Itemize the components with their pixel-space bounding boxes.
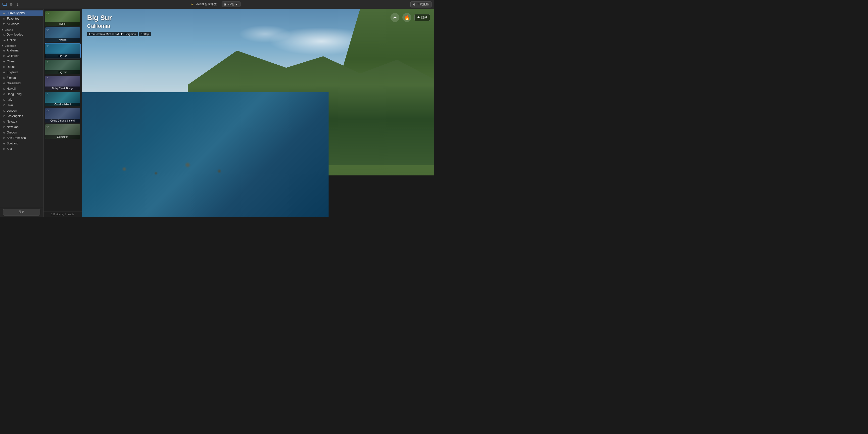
- download-button[interactable]: ⊙ 下载轮播: [410, 1, 432, 7]
- eye-icon: 👁: [417, 16, 420, 19]
- svg-rect-2: [3, 6, 6, 6]
- download-label: 下载轮播: [417, 2, 429, 6]
- thumbnail-panel: ☆ Austin ☆ Avalon ☆ Big Sur ☆ B: [43, 9, 82, 217]
- screen-icon[interactable]: [2, 2, 7, 7]
- location-name: California: [7, 54, 20, 58]
- star-icon: ☆: [46, 60, 49, 64]
- quality-tag: 1080p: [139, 32, 151, 36]
- downloaded-label: Downloaded: [7, 33, 23, 36]
- location-name: China: [7, 60, 14, 63]
- brightness-icon[interactable]: ☀: [391, 13, 399, 22]
- grid-icon: ⊞: [3, 23, 5, 26]
- sidebar-item-online[interactable]: ☁ Online: [0, 37, 43, 43]
- settings-icon[interactable]: ⚙: [9, 2, 13, 7]
- sidebar-item-england[interactable]: ⊕ England: [0, 70, 43, 75]
- sidebar-item-currently-playing[interactable]: ▶ Currently playi...: [0, 10, 43, 16]
- location-icon: ⊕: [3, 55, 5, 58]
- location-name: Florida: [7, 76, 16, 79]
- location-icon: ⊕: [3, 60, 5, 63]
- sidebar-item-liwa[interactable]: ⊕ Liwa: [0, 102, 43, 108]
- star-icon: ☆: [46, 76, 49, 80]
- sidebar-item-hawaii[interactable]: ⊕ Hawaii: [0, 86, 43, 92]
- sidebar-item-alabama[interactable]: ⊕ Alabama: [0, 48, 43, 53]
- thumb-bigsur-1[interactable]: ☆ Big Sur: [45, 43, 81, 58]
- location-name: New York: [7, 125, 20, 129]
- sidebar-item-florida[interactable]: ⊕ Florida: [0, 75, 43, 80]
- star-icon: ☆: [3, 17, 5, 21]
- sidebar-item-italy[interactable]: ⊕ Italy: [0, 97, 43, 102]
- sidebar-item-newyork[interactable]: ⊕ New York: [0, 124, 43, 130]
- location-icon: ⊕: [3, 109, 5, 112]
- thumb-edinburgh[interactable]: ☆ Edinburgh: [45, 124, 81, 139]
- sidebar-item-losangeles[interactable]: ⊕ Los Angeles: [0, 113, 43, 119]
- location-name: England: [7, 71, 18, 74]
- sidebar-item-china[interactable]: ⊕ China: [0, 59, 43, 64]
- author-tag: From Joshua Michaels & Hal Bergman: [87, 32, 138, 36]
- location-icon: ⊕: [3, 136, 5, 140]
- location-icon: ⊕: [3, 82, 5, 85]
- location-name: Sea: [7, 147, 12, 151]
- thumb-label: Bixby Creek Bridge: [45, 87, 80, 90]
- thumb-label: Austin: [45, 22, 80, 26]
- sidebar-item-downloaded[interactable]: ⊙ Downloaded: [0, 32, 43, 37]
- topbar-icons: ⚙ ℹ: [2, 2, 20, 7]
- location-name: Italy: [7, 98, 12, 101]
- sidebar-item-hongkong[interactable]: ⊕ Hong Kong: [0, 92, 43, 97]
- topbar-right: ⊙ 下载轮播: [410, 1, 432, 7]
- thumb-bigsur-2[interactable]: ☆ Big Sur: [45, 59, 81, 74]
- star-icon: ☆: [46, 109, 49, 112]
- sidebar-item-california[interactable]: ⊕ California: [0, 53, 43, 59]
- location-name: Nevada: [7, 120, 17, 123]
- chevron-icon: ▾: [2, 29, 3, 31]
- location-name: Oregon: [7, 131, 17, 134]
- sidebar-section-cache: ▾ Cache: [0, 27, 43, 32]
- thumb-bixby[interactable]: ☆ Bixby Creek Bridge: [45, 75, 81, 91]
- thumb-catalina[interactable]: ☆ Catalina Island: [45, 92, 81, 107]
- star-icon: ☆: [46, 12, 49, 15]
- close-button[interactable]: 关闭: [3, 209, 40, 215]
- thumb-label: Como Cerano d'Intelvi: [45, 119, 80, 123]
- thumb-label: Big Sur: [45, 54, 80, 58]
- sidebar-item-scotland[interactable]: ⊕ Scotland: [0, 141, 43, 146]
- chevron-icon: ▾: [2, 44, 3, 47]
- thumbnail-list: ☆ Austin ☆ Avalon ☆ Big Sur ☆ B: [43, 9, 82, 211]
- sidebar: ▶ Currently playi... ☆ Favorites ⊞ All v…: [0, 9, 43, 217]
- thumb-label: Avalon: [45, 38, 80, 42]
- playback-icon: ▣: [224, 3, 226, 6]
- sidebar-item-sanfrancisco[interactable]: ⊕ San Francisco: [0, 135, 43, 141]
- sidebar-item-dubai[interactable]: ⊕ Dubai: [0, 64, 43, 70]
- sidebar-close: 关闭: [0, 207, 43, 217]
- hide-label: 隐藏: [421, 15, 427, 20]
- sidebar-item-all-videos[interactable]: ⊞ All videos: [0, 21, 43, 27]
- location-icon: ⊕: [3, 126, 5, 129]
- info-icon[interactable]: ℹ: [16, 2, 20, 7]
- download-circle-icon: ⊙: [3, 33, 5, 36]
- rocks-layer: [82, 144, 293, 186]
- play-icon: ▶: [3, 12, 5, 15]
- location-icon: ⊕: [3, 98, 5, 101]
- location-name: Liwa: [7, 103, 13, 107]
- playback-dropdown[interactable]: ▣ 不限 ▼: [222, 1, 241, 7]
- hide-button[interactable]: 👁 隐藏: [414, 14, 430, 21]
- currently-playing-label: Currently playi...: [6, 11, 28, 15]
- location-icon: ⊕: [3, 49, 5, 52]
- video-subtitle: California: [87, 23, 151, 29]
- location-icon: ⊕: [3, 147, 5, 151]
- sun-small-icon: ☀: [190, 2, 194, 7]
- location-icon: ⊕: [3, 131, 5, 134]
- cache-label: Cache: [5, 28, 13, 31]
- sidebar-item-greenland[interactable]: ⊕ Greenland: [0, 80, 43, 86]
- aerial-label: Aerial 当前播放：: [196, 2, 220, 6]
- sidebar-item-favorites[interactable]: ☆ Favorites: [0, 16, 43, 21]
- location-icon: ⊕: [3, 120, 5, 123]
- sidebar-item-london[interactable]: ⊕ London: [0, 108, 43, 113]
- thumb-austin[interactable]: ☆ Austin: [45, 11, 81, 26]
- sidebar-item-sea[interactable]: ⊕ Sea: [0, 146, 43, 152]
- location-name: Hawaii: [7, 87, 16, 91]
- thumb-como[interactable]: ☆ Como Cerano d'Intelvi: [45, 108, 81, 123]
- sidebar-item-oregon[interactable]: ⊕ Oregon: [0, 130, 43, 135]
- location-icon: ⊕: [3, 76, 5, 79]
- thumb-avalon[interactable]: ☆ Avalon: [45, 27, 81, 42]
- sidebar-item-nevada[interactable]: ⊕ Nevada: [0, 119, 43, 124]
- flame-icon[interactable]: 🔥: [402, 13, 411, 22]
